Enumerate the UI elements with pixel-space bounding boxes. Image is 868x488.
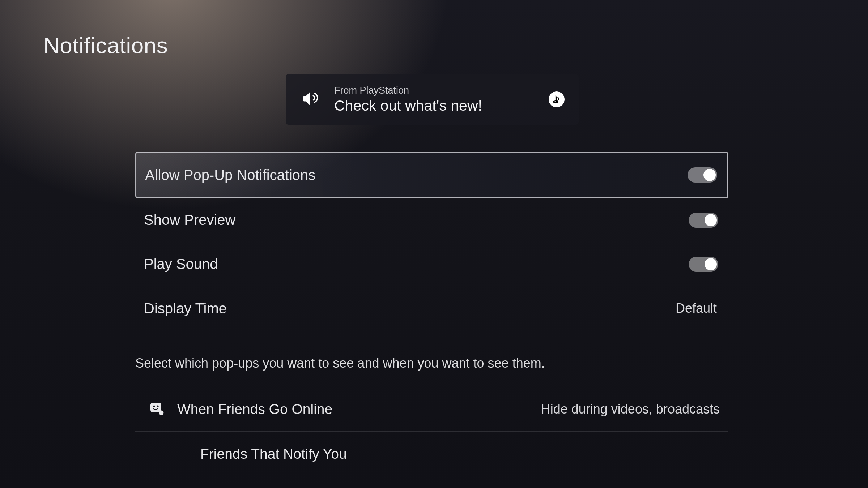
- megaphone-icon: [301, 88, 322, 111]
- allow-popup-toggle[interactable]: [688, 167, 717, 183]
- toast-from-label: From PlayStation: [334, 85, 537, 96]
- setting-label: Play Sound: [144, 256, 689, 272]
- popup-label: Friends That Notify You: [200, 446, 720, 462]
- section-description: Select which pop-ups you want to see and…: [135, 356, 728, 371]
- setting-row-show-preview[interactable]: Show Preview: [135, 198, 728, 242]
- popup-row-friends-notify[interactable]: Friends That Notify You: [135, 432, 728, 476]
- popup-label: When Friends Go Online: [177, 401, 531, 417]
- sample-notification-toast: From PlayStation Check out what's new!: [286, 74, 579, 125]
- popup-value: Hide during videos, broadcasts: [541, 402, 720, 417]
- toggle-knob: [703, 169, 716, 181]
- popup-types-list: When Friends Go OnlineHide during videos…: [135, 387, 728, 476]
- toast-message: Check out what's new!: [334, 97, 537, 114]
- setting-row-display-time[interactable]: Display TimeDefault: [135, 286, 728, 330]
- setting-value: Default: [676, 301, 717, 316]
- setting-label: Display Time: [144, 300, 676, 317]
- show-preview-toggle[interactable]: [689, 213, 718, 228]
- friend-online-icon: [148, 400, 166, 419]
- toggle-knob: [705, 214, 717, 226]
- page-title: Notifications: [43, 33, 168, 58]
- svg-point-1: [153, 405, 155, 407]
- setting-label: Show Preview: [144, 212, 689, 228]
- svg-point-2: [157, 405, 158, 407]
- popup-row-friends-online[interactable]: When Friends Go OnlineHide during videos…: [135, 387, 728, 432]
- svg-point-3: [159, 410, 164, 415]
- setting-row-allow-popup[interactable]: Allow Pop-Up Notifications: [135, 152, 728, 198]
- setting-label: Allow Pop-Up Notifications: [145, 167, 688, 183]
- svg-rect-0: [150, 403, 161, 412]
- setting-row-play-sound[interactable]: Play Sound: [135, 242, 728, 286]
- settings-list: Allow Pop-Up NotificationsShow PreviewPl…: [135, 152, 728, 330]
- playstation-logo-icon: [549, 91, 565, 107]
- toggle-knob: [705, 258, 717, 270]
- play-sound-toggle[interactable]: [689, 257, 718, 272]
